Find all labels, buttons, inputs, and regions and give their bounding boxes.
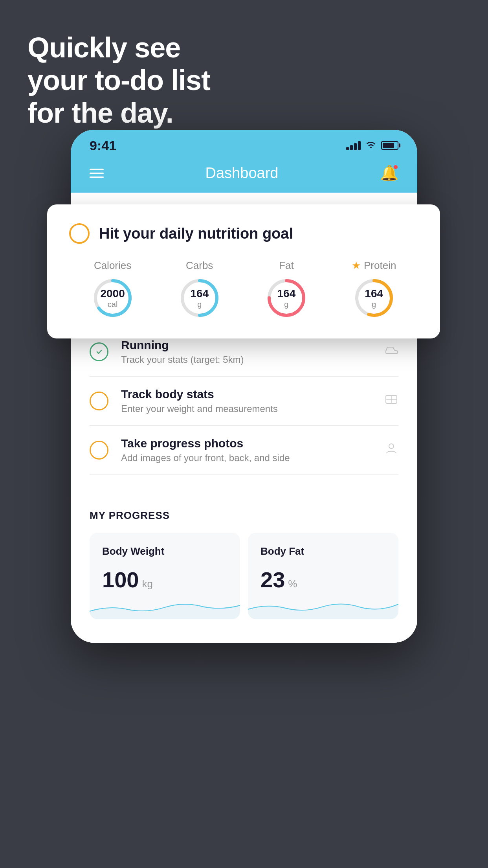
hero-text: Quickly see your to-do list for the day. [28,31,210,129]
body-weight-value: 100 kg [102,567,227,592]
svg-point-3 [389,444,394,449]
todo-circle-photos [90,441,108,460]
status-icons [346,140,398,152]
todo-item-body-stats[interactable]: Track body stats Enter your weight and m… [90,377,398,426]
body-fat-wave [248,596,398,619]
card-title-row: Hit your daily nutrition goal [69,223,418,244]
star-icon: ★ [352,259,361,272]
status-time: 9:41 [90,138,116,153]
nutrition-item-calories: Calories 2000 cal [91,259,134,320]
protein-label: ★ Protein [352,259,396,272]
card-title: Hit your daily nutrition goal [99,225,293,242]
body-fat-unit: % [288,578,297,590]
shoe-icon [384,343,398,361]
body-weight-wave [90,596,240,619]
todo-text-running: Running Track your stats (target: 5km) [121,338,372,365]
todo-list: Running Track your stats (target: 5km) T… [71,327,417,475]
header-title: Dashboard [205,165,279,182]
calories-value: 2000 cal [100,288,125,309]
todo-sub-running: Track your stats (target: 5km) [121,354,372,365]
body-fat-value: 23 % [261,567,386,592]
status-bar: 9:41 [71,130,417,158]
notification-dot [393,164,398,170]
todo-text-body-stats: Track body stats Enter your weight and m… [121,388,372,414]
signal-icon [346,141,361,150]
todo-text-photos: Take progress photos Add images of your … [121,437,372,463]
nutrition-item-carbs: Carbs 164 g [178,259,221,320]
menu-button[interactable] [90,169,104,178]
body-weight-title: Body Weight [102,545,227,557]
nutrition-grid: Calories 2000 cal Carbs [69,259,418,320]
progress-cards: Body Weight 100 kg Body Fat [90,533,398,619]
fat-circle: 164 g [265,276,308,320]
todo-item-photos[interactable]: Take progress photos Add images of your … [90,426,398,475]
battery-icon [381,141,398,150]
nutrition-item-protein: ★ Protein 164 g [352,259,396,320]
todo-circle-body-stats [90,392,108,410]
body-weight-number: 100 [102,567,139,592]
progress-section: MY PROGRESS Body Weight 100 kg [71,494,417,619]
calories-circle: 2000 cal [91,276,134,320]
notification-bell-icon[interactable]: 🔔 [380,164,398,182]
todo-sub-body-stats: Enter your weight and measurements [121,403,372,414]
body-weight-unit: kg [142,578,152,590]
progress-section-title: MY PROGRESS [90,509,398,522]
nutrition-card: Hit your daily nutrition goal Calories 2… [47,204,440,338]
person-icon [384,441,398,459]
protein-value: 164 g [365,288,383,309]
app-header: Dashboard 🔔 [71,158,417,193]
carbs-circle: 164 g [178,276,221,320]
scale-icon [384,392,398,410]
protein-circle: 164 g [352,276,396,320]
body-fat-title: Body Fat [261,545,386,557]
nutrition-item-fat: Fat 164 g [265,259,308,320]
calories-label: Calories [94,259,131,272]
todo-sub-photos: Add images of your front, back, and side [121,452,372,463]
body-weight-card: Body Weight 100 kg [90,533,240,619]
fat-label: Fat [279,259,294,272]
todo-circle-nutrition [69,223,90,244]
carbs-label: Carbs [186,259,213,272]
wifi-icon [365,140,377,152]
body-fat-number: 23 [261,567,285,592]
todo-title-photos: Take progress photos [121,437,372,450]
fat-value: 164 g [277,288,295,309]
body-fat-card: Body Fat 23 % [248,533,398,619]
carbs-value: 164 g [190,288,209,309]
todo-title-running: Running [121,338,372,352]
todo-circle-running [90,342,108,361]
todo-title-body-stats: Track body stats [121,388,372,401]
